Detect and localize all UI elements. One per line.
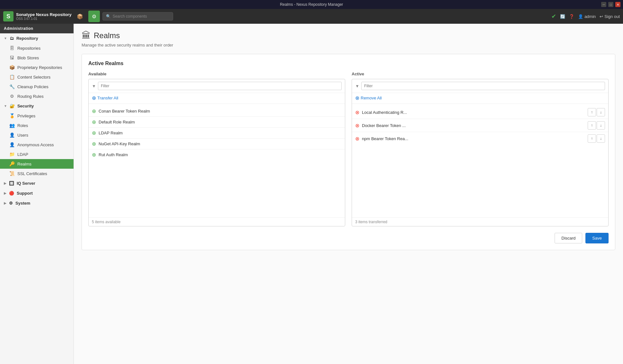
available-footer: 5 items available [89, 217, 345, 226]
sidebar-item-anonymous-access[interactable]: 👤 Anonymous Access [0, 140, 74, 149]
active-realm-name-1: Docker Bearer Token ... [362, 123, 585, 128]
cleanup-policies-icon: 🔧 [9, 84, 15, 89]
list-item[interactable]: ⊗ npm Bearer Token Rea... ↑ ↓ [352, 132, 608, 145]
sidebar-item-ssl-certificates[interactable]: 📜 SSL Certificates [0, 169, 74, 178]
transfer-all-icon: ⊕ [92, 95, 96, 101]
list-item[interactable]: ⊕ NuGet API-Key Realm [89, 139, 345, 149]
chevron-right-icon-support: ▶ [4, 191, 6, 195]
move-down-button-0[interactable]: ↓ [597, 108, 605, 116]
list-item[interactable]: ⊕ Default Role Realm [89, 117, 345, 128]
repository-group-label: Repository [16, 36, 38, 41]
available-column: Available ▼ ⊕ Transfer All [88, 72, 345, 226]
minimize-button[interactable]: ─ [601, 2, 606, 7]
ldap-icon: 📁 [9, 152, 15, 157]
proprietary-repos-label: Proprietary Repositories [17, 65, 62, 70]
sidebar-item-blob-stores[interactable]: 🖫 Blob Stores [0, 53, 74, 63]
routing-rules-icon: ⚙ [9, 94, 15, 99]
roles-label: Roles [17, 123, 28, 128]
move-up-button-0[interactable]: ↑ [588, 108, 596, 116]
sidebar-item-content-selectors[interactable]: 📋 Content Selectors [0, 72, 74, 82]
window-controls: ─ □ ✕ [601, 2, 620, 7]
sidebar-item-proprietary-repositories[interactable]: 📦 Proprietary Repositories [0, 63, 74, 72]
brand-logo: S [3, 11, 13, 21]
sidebar-item-ldap[interactable]: 📁 LDAP [0, 149, 74, 159]
sidebar-group-repository: ▼ 🗂 Repository 🗄 Repositories 🖫 Blob Sto… [0, 33, 74, 101]
support-icon: 🔴 [9, 191, 14, 196]
sidebar-item-privileges[interactable]: 🏅 Privileges [0, 111, 74, 121]
list-item[interactable]: ⊕ Conan Bearer Token Realm [89, 106, 345, 117]
chevron-down-icon: ▼ [4, 37, 7, 40]
sidebar-item-routing-rules[interactable]: ⚙ Routing Rules [0, 91, 74, 101]
active-realm-name-0: Local Authenticating R... [362, 110, 585, 115]
realms-icon: 🔑 [9, 161, 15, 166]
active-realm-name-2: npm Bearer Token Rea... [362, 136, 585, 141]
list-item[interactable]: ⊗ Local Authenticating R... ↑ ↓ [352, 106, 608, 119]
add-icon-4: ⊕ [92, 152, 96, 158]
move-down-button-1[interactable]: ↓ [597, 121, 605, 130]
search-icon: 🔍 [106, 14, 111, 19]
sidebar-item-roles[interactable]: 👥 Roles [0, 121, 74, 130]
chevron-right-icon-iq: ▶ [4, 182, 6, 185]
save-button[interactable]: Save [585, 233, 609, 243]
signout-icon: ↩ [600, 14, 603, 19]
support-label: Support [17, 191, 33, 196]
cleanup-policies-label: Cleanup Policies [17, 84, 48, 89]
blob-stores-label: Blob Stores [17, 55, 39, 60]
active-realm-list: ⊗ Local Authenticating R... ↑ ↓ ⊗ Docker… [352, 104, 608, 217]
realm-name-2: LDAP Realm [99, 131, 342, 135]
sidebar-item-users[interactable]: 👤 Users [0, 130, 74, 140]
anonymous-label: Anonymous Access [17, 142, 54, 147]
search-box[interactable]: 🔍 Search components [102, 12, 173, 21]
close-button[interactable]: ✕ [615, 2, 620, 7]
available-realm-list: ⊕ Conan Bearer Token Realm ⊕ Default Rol… [89, 104, 345, 217]
sidebar-item-support[interactable]: ▶ 🔴 Support [0, 188, 74, 198]
repositories-icon: 🗄 [9, 46, 15, 51]
discard-button[interactable]: Discard [555, 233, 582, 243]
remove-icon-1: ⊗ [355, 123, 359, 129]
sidebar-item-repositories[interactable]: 🗄 Repositories [0, 43, 74, 53]
active-filter-icon: ▼ [355, 84, 359, 89]
available-filter-input[interactable] [98, 82, 342, 90]
refresh-button[interactable]: 🔄 [560, 14, 565, 19]
footer-actions: Discard Save [88, 233, 609, 243]
transfer-all-button[interactable]: ⊕ Transfer All [92, 95, 342, 101]
ssl-label: SSL Certificates [17, 171, 47, 176]
content-selectors-label: Content Selectors [17, 75, 50, 80]
sidebar-item-system[interactable]: ▶ ⚙ System [0, 198, 74, 208]
settings-nav-button[interactable]: ⚙ [88, 11, 100, 22]
user-menu[interactable]: 👤 admin [578, 14, 596, 19]
iq-server-label: IQ Server [17, 181, 35, 186]
remove-all-button[interactable]: ⊗ Remove All [355, 95, 605, 101]
routing-rules-label: Routing Rules [17, 94, 44, 99]
transfer-layout: Available ▼ ⊕ Transfer All [88, 72, 609, 226]
move-up-button-1[interactable]: ↑ [588, 121, 596, 130]
content-selectors-icon: 📋 [9, 74, 15, 80]
app-layout: Administration ▼ 🗂 Repository 🗄 Reposito… [0, 24, 623, 364]
arrow-controls-0: ↑ ↓ [588, 108, 605, 116]
nav-right: ✔ 🔄 ❓ 👤 admin ↩ Sign out [551, 13, 620, 20]
card-title: Active Realms [88, 61, 609, 66]
move-up-button-2[interactable]: ↑ [588, 134, 596, 143]
sidebar-group-repository-header[interactable]: ▼ 🗂 Repository [0, 33, 74, 43]
list-item[interactable]: ⊕ Rut Auth Realm [89, 149, 345, 160]
maximize-button[interactable]: □ [608, 2, 613, 7]
sidebar-item-cleanup-policies[interactable]: 🔧 Cleanup Policies [0, 82, 74, 91]
sidebar-item-realms[interactable]: 🔑 Realms [0, 159, 74, 169]
sidebar-item-iq-server[interactable]: ▶ 🔲 IQ Server [0, 178, 74, 188]
active-filter-input[interactable] [361, 82, 605, 90]
add-icon-1: ⊕ [92, 119, 96, 125]
list-item[interactable]: ⊕ LDAP Realm [89, 128, 345, 139]
system-label: System [15, 201, 30, 206]
privileges-label: Privileges [17, 114, 35, 118]
sidebar-group-security-header[interactable]: ▼ 🔐 Security [0, 101, 74, 111]
arrow-controls-1: ↑ ↓ [588, 121, 605, 130]
page-subtitle: Manage the active security realms and th… [82, 43, 615, 47]
help-button[interactable]: ❓ [569, 14, 574, 19]
remove-all-icon: ⊗ [355, 95, 359, 101]
brand-version: OSS 3.67.1-01 [16, 17, 72, 21]
signout-button[interactable]: ↩ Sign out [600, 14, 620, 19]
move-down-button-2[interactable]: ↓ [597, 134, 605, 143]
list-item[interactable]: ⊗ Docker Bearer Token ... ↑ ↓ [352, 119, 608, 132]
components-nav-button[interactable]: 📦 [74, 11, 86, 22]
top-nav: S Sonatype Nexus Repository OSS 3.67.1-0… [0, 9, 623, 24]
